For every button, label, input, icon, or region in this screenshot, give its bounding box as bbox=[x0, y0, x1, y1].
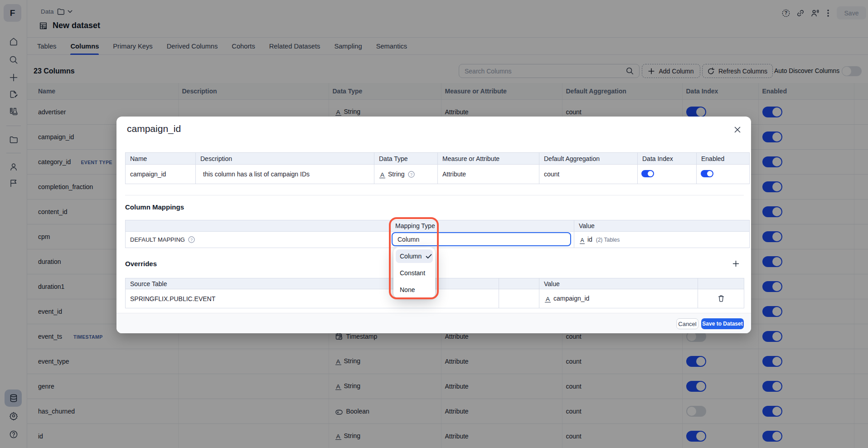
svg-text:?: ? bbox=[410, 172, 412, 176]
svg-text:?: ? bbox=[190, 238, 193, 242]
